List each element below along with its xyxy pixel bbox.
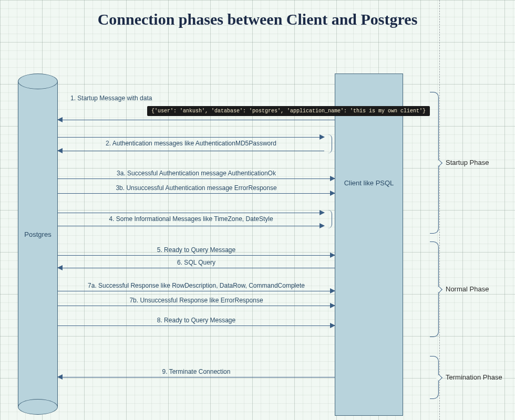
- cylinder-top-ellipse: [18, 74, 58, 89]
- sequence-arrows-container: 1. Startup Message with data {'user': 'a…: [58, 0, 335, 420]
- arrow-auth-to-server: [58, 151, 324, 151]
- label-ready-query-1: 5. Ready to Query Message: [58, 246, 335, 254]
- brace-startup-phase: [430, 92, 439, 234]
- client-label: Client like PSQL: [335, 179, 403, 187]
- label-startup-phase: Startup Phase: [446, 159, 489, 166]
- arrow-ready-query-1: 5. Ready to Query Message: [58, 255, 335, 256]
- arrow-terminate: 9. Terminate Connection: [58, 377, 335, 377]
- label-info-messages: 4. Some Informational Messages like Time…: [58, 215, 324, 223]
- label-sql-query: 6. SQL Query: [58, 259, 335, 266]
- label-terminate: 9. Terminate Connection: [58, 368, 335, 375]
- mini-brace-info: [324, 210, 332, 228]
- arrow-info-2: [58, 226, 324, 226]
- label-startup-message: 1. Startup Message with data: [58, 94, 335, 102]
- postgres-database-shape: Postgres: [18, 74, 58, 415]
- arrow-auth-error: 3b. Unsuccessful Authentication message …: [58, 193, 335, 194]
- arrow-ready-query-2: 8. Ready to Query Message: [58, 326, 335, 326]
- label-termination-phase: Termination Phase: [446, 373, 502, 381]
- label-ready-query-2: 8. Ready to Query Message: [58, 317, 335, 324]
- label-auth-ok: 3a. Successful Authentication message Au…: [58, 170, 335, 177]
- label-success-response: 7a. Successful Response like RowDescript…: [58, 282, 335, 289]
- code-snippet-startup-data: {'user': 'ankush', 'database': 'postgres…: [147, 106, 430, 116]
- brace-normal-phase: [430, 242, 439, 337]
- label-auth-error: 3b. Unsuccessful Authentication message …: [58, 184, 335, 192]
- arrow-sql-query: 6. SQL Query: [58, 268, 335, 268]
- arrow-auth-to-client: 2. Authentication messages like Authenti…: [58, 137, 324, 138]
- label-normal-phase: Normal Phase: [446, 285, 489, 293]
- cylinder-body: [18, 81, 58, 407]
- arrow-success-response: 7a. Successful Response like RowDescript…: [58, 291, 335, 291]
- client-box: Client like PSQL: [335, 74, 403, 416]
- cylinder-bottom-ellipse: [18, 399, 58, 415]
- arrow-startup-message: 1. Startup Message with data: [58, 120, 335, 120]
- arrow-auth-ok: 3a. Successful Authentication message Au…: [58, 178, 335, 179]
- label-auth-messages: 2. Authentication messages like Authenti…: [58, 140, 324, 147]
- arrow-error-response: 7b. Unsuccessful Response like ErrorResp…: [58, 306, 335, 306]
- label-error-response: 7b. Unsuccessful Response like ErrorResp…: [58, 297, 335, 304]
- brace-termination-phase: [430, 356, 439, 399]
- arrow-info-1: 4. Some Informational Messages like Time…: [58, 213, 324, 213]
- mini-brace-auth: [324, 134, 332, 153]
- postgres-label: Postgres: [18, 230, 58, 238]
- vertical-dashed-divider: [439, 0, 440, 420]
